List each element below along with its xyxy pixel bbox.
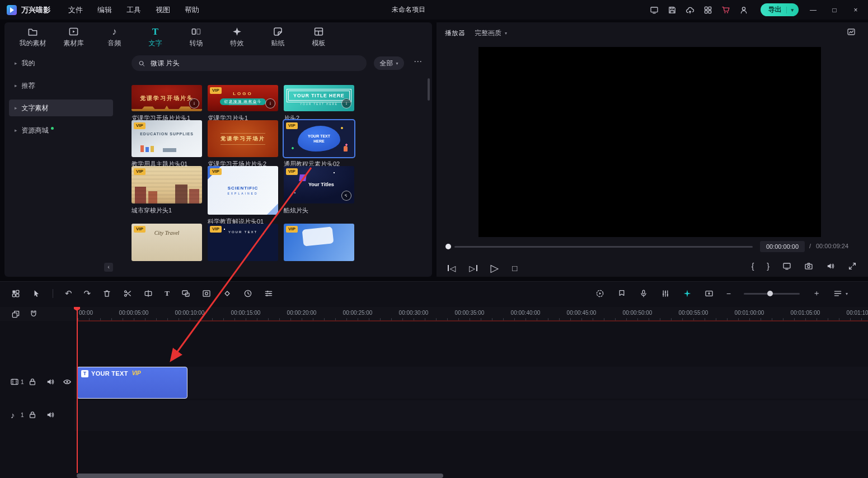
undo-icon[interactable]: ↶: [65, 289, 72, 298]
track-height-dropdown[interactable]: ▾: [833, 289, 848, 298]
template-card[interactable]: SCIENTIFIC EXPLAINED VIP 科学教育解说片头01: [208, 166, 278, 215]
motion-track-icon[interactable]: [202, 289, 211, 298]
mark-out-button[interactable]: }: [767, 262, 770, 271]
download-icon[interactable]: ↓: [189, 98, 199, 108]
tab-text[interactable]: T 文字: [135, 22, 176, 51]
snap-magnet-icon[interactable]: [29, 310, 38, 319]
library-scrollbar[interactable]: [428, 78, 430, 101]
keyframe-icon[interactable]: [223, 289, 232, 298]
tab-transitions[interactable]: 转场: [176, 22, 217, 51]
template-card[interactable]: 党课学习开场片 党课学习开场片片头2: [208, 120, 278, 157]
template-card[interactable]: LOGO 征途漫漫 唯有奋斗 VIP ↓ 党课学习片头1: [208, 85, 278, 111]
audio-track-lane[interactable]: [74, 400, 868, 431]
mark-in-button[interactable]: {: [752, 262, 754, 271]
export-button[interactable]: 导出 ▾: [761, 3, 799, 16]
download-icon[interactable]: ↓: [265, 98, 275, 108]
audio-mixer-icon[interactable]: [661, 289, 670, 298]
select-tool-icon[interactable]: [32, 289, 41, 298]
download-icon[interactable]: ↓: [341, 191, 351, 201]
save-icon[interactable]: [668, 6, 677, 15]
tab-templates[interactable]: 模板: [298, 22, 339, 51]
mirror-display-icon[interactable]: [782, 262, 791, 271]
add-text-icon[interactable]: T: [165, 289, 170, 298]
export-frame-icon[interactable]: [705, 289, 714, 298]
template-card[interactable]: VIP 城市穿梭片头1: [132, 166, 202, 215]
lock-icon[interactable]: [28, 377, 37, 386]
video-preview[interactable]: [478, 47, 821, 237]
search-input[interactable]: [149, 59, 360, 68]
mute-speaker-icon[interactable]: [46, 377, 55, 386]
mute-speaker-icon[interactable]: [46, 410, 55, 419]
sidebar-item-text-assets[interactable]: ▸ 文字素材: [9, 100, 113, 116]
delete-icon[interactable]: [102, 289, 111, 298]
volume-icon[interactable]: [826, 262, 835, 271]
template-card[interactable]: VIP: [284, 224, 354, 261]
template-card[interactable]: 党课学习开场片头 ↓ 党课学习开场片片头1: [132, 85, 202, 111]
tab-effects[interactable]: 特效: [217, 22, 257, 51]
next-frame-button[interactable]: ▷: [469, 264, 477, 273]
ai-tool-icon[interactable]: [683, 289, 692, 298]
adjust-sliders-icon[interactable]: [264, 289, 273, 298]
redo-icon[interactable]: ↷: [84, 289, 91, 298]
zoom-in-icon[interactable]: ＋: [813, 288, 820, 299]
timeline-clip-selected[interactable]: T YOUR TEXT VIP: [77, 367, 187, 399]
minimize-button[interactable]: —: [809, 6, 818, 14]
search-bar[interactable]: [132, 55, 367, 71]
sidebar-collapse-button[interactable]: ‹: [104, 263, 113, 272]
tab-stock-media[interactable]: 素材库: [53, 22, 94, 51]
template-card[interactable]: YOUR TITLE HERE YOUR TEXT HERE ↓ 片头2: [284, 85, 354, 111]
zoom-out-icon[interactable]: −: [726, 289, 731, 298]
display-icon[interactable]: [650, 6, 659, 15]
maximize-button[interactable]: □: [830, 6, 839, 14]
render-preview-icon[interactable]: [595, 289, 604, 298]
play-button[interactable]: ▷: [491, 262, 499, 275]
template-card-selected[interactable]: YOUR TEXT HERE VIP 通用教程元素片头02: [284, 120, 354, 157]
voiceover-mic-icon[interactable]: [639, 289, 648, 298]
previous-frame-button[interactable]: ◁: [448, 264, 456, 273]
pip-crop-icon[interactable]: [181, 289, 190, 298]
sidebar-item-recommended[interactable]: ▸ 推荐: [9, 77, 113, 94]
apps-grid-icon[interactable]: [703, 6, 712, 15]
more-options-icon[interactable]: ⋯: [414, 56, 423, 67]
quality-dropdown[interactable]: 完整画质 ▾: [475, 29, 507, 38]
template-card[interactable]: City Travel VIP: [132, 224, 202, 261]
menu-file[interactable]: 文件: [68, 5, 83, 15]
tab-my-media[interactable]: 我的素材: [12, 22, 53, 51]
cloud-upload-icon[interactable]: [686, 6, 695, 15]
snapshot-camera-icon[interactable]: [804, 262, 813, 271]
template-card[interactable]: Your Titles VIP ↓ 酷炫片头: [284, 166, 354, 215]
menu-view[interactable]: 视图: [156, 5, 170, 15]
zoom-slider[interactable]: [744, 293, 800, 295]
template-card[interactable]: YOUR TEXT VIP: [208, 224, 278, 261]
manage-tracks-icon[interactable]: [11, 310, 20, 319]
time-ruler[interactable]: 00:00 00:00:05:00 00:00:10:00 00:00:15:0…: [0, 307, 868, 321]
fullscreen-icon[interactable]: [848, 262, 857, 271]
export-dropdown-icon[interactable]: ▾: [791, 7, 794, 13]
account-icon[interactable]: [739, 6, 748, 15]
cut-scissors-icon[interactable]: [123, 289, 132, 298]
filter-dropdown[interactable]: 全部 ▾: [374, 56, 404, 70]
menu-help[interactable]: 帮助: [185, 5, 199, 15]
media-panel-icon[interactable]: [11, 289, 20, 298]
zoom-slider-handle[interactable]: [767, 291, 773, 296]
visibility-eye-icon[interactable]: [63, 377, 72, 386]
template-card[interactable]: EDUCATION SUPPLIES VIP 教学用具主题片头01: [132, 120, 202, 157]
tab-stickers[interactable]: 贴纸: [257, 22, 298, 51]
video-track-lane[interactable]: [74, 367, 868, 399]
cart-icon[interactable]: [721, 6, 730, 15]
sidebar-item-mine[interactable]: ▸ 我的: [9, 55, 113, 72]
tab-audio[interactable]: ♪ 音频: [94, 22, 135, 51]
scope-icon[interactable]: [847, 27, 856, 36]
seek-handle[interactable]: [445, 244, 451, 249]
split-clip-icon[interactable]: [144, 289, 153, 298]
menu-tools[interactable]: 工具: [126, 5, 141, 15]
download-icon[interactable]: ↓: [341, 98, 351, 108]
seek-bar[interactable]: [454, 246, 753, 248]
marker-icon[interactable]: [617, 289, 626, 298]
timeline-scrollbar[interactable]: [77, 474, 443, 478]
playhead[interactable]: [77, 307, 78, 473]
menu-edit[interactable]: 编辑: [97, 5, 112, 15]
stop-button[interactable]: □: [512, 263, 517, 273]
sidebar-item-store[interactable]: ▸ 资源商城: [9, 122, 113, 139]
speed-clock-icon[interactable]: [243, 289, 252, 298]
